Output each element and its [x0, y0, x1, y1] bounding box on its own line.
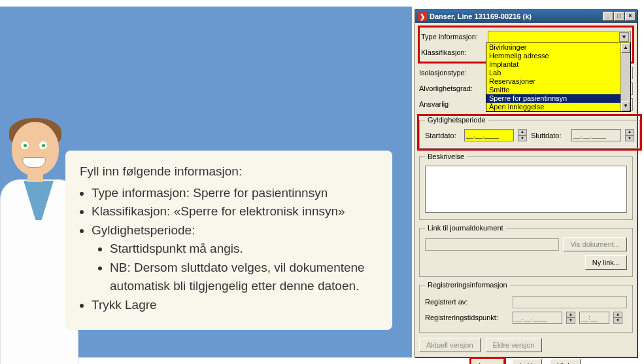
show-document-button[interactable]: Vis dokument... — [563, 237, 627, 251]
chevron-down-icon[interactable]: ▼ — [619, 32, 629, 42]
scroll-up-icon[interactable]: ▲ — [621, 43, 630, 53]
type-dropdown-list[interactable]: Bivirkninger Hemmelig adresse Implantat … — [486, 43, 631, 112]
window-title: Danser, Line 131169-00216 (k) — [430, 12, 603, 20]
dropdown-option[interactable]: Smitte — [486, 86, 620, 94]
instruction-subitem: Starttidspunkt må angis. — [110, 240, 378, 259]
titlebar[interactable]: ❯ Danser, Line 131169-00216 (k) _ □ × — [415, 10, 637, 23]
sev-label: Alvorlighetsgrad: — [419, 84, 482, 92]
dropdown-scrollbar[interactable]: ▲ ▼ — [620, 43, 630, 111]
instruction-item: Trykk Lagre — [92, 296, 378, 315]
current-version-button[interactable]: Aktuell versjon — [419, 338, 481, 352]
validity-legend: Gyldighetsperiode — [425, 116, 488, 124]
registered-time-label: Registreringstidspunkt: — [425, 314, 509, 321]
validity-group: Gyldighetsperiode Startdato: __.__.____ … — [419, 116, 640, 149]
dropdown-option-selected[interactable]: Sperre for pasientinnsyn — [486, 94, 620, 103]
app-icon: ❯ — [418, 12, 427, 21]
enddate-input[interactable]: __.__.____ — [571, 129, 621, 141]
instruction-item: Klassifikasjon: «Sperre for elektronisk … — [92, 202, 378, 221]
type-label: Type informasjon: — [421, 33, 484, 41]
maximize-button[interactable]: □ — [614, 12, 624, 21]
instruction-item: Gyldighetsperiode: Starttidspunkt må ang… — [92, 221, 378, 296]
link-legend: Link til journaldokument — [425, 224, 506, 232]
save-button[interactable]: Lagre — [471, 359, 504, 364]
dialog-window: ❯ Danser, Line 131169-00216 (k) _ □ × Ty… — [415, 9, 637, 357]
instruction-item: Type informasjon: Sperre for pasientinns… — [92, 184, 378, 203]
class-label: Klassifikasjon: — [421, 48, 484, 56]
resp-label: Ansvarlig — [419, 100, 482, 108]
older-version-button[interactable]: Eldre versjon — [486, 338, 542, 352]
instruction-subitem: NB: Dersom sluttdato velges, vil dokumen… — [110, 259, 378, 296]
type-combo[interactable]: ▼ — [488, 31, 631, 43]
link-group: Link til journaldokument Vis dokument...… — [419, 224, 633, 277]
dropdown-option[interactable]: Implantat — [486, 60, 620, 69]
close-button[interactable]: × — [625, 12, 636, 21]
registered-by-label: Registrert av: — [425, 298, 509, 306]
registered-time-field: __:__ — [579, 312, 609, 324]
link-path-field — [425, 238, 559, 251]
dropdown-option[interactable]: Hemmelig adresse — [486, 52, 620, 60]
minimize-button[interactable]: _ — [603, 12, 613, 21]
registration-group: Registreringsinformasjon Registrert av: … — [419, 281, 633, 333]
scroll-down-icon[interactable]: ▼ — [621, 101, 630, 111]
description-textarea[interactable] — [425, 166, 627, 213]
iso-label: Isolasjonstype: — [419, 69, 482, 77]
dropdown-option[interactable]: Lab — [486, 69, 620, 77]
dropdown-option[interactable]: Reservasjoner — [486, 77, 620, 86]
instruction-lead: Fyll inn følgende informasjon: — [80, 162, 378, 181]
startdate-input[interactable]: __.__.____ — [464, 129, 514, 141]
registered-by-field — [513, 296, 627, 308]
registered-date-field: __.__.____ — [513, 312, 562, 324]
enddate-label: Sluttdato: — [531, 132, 568, 139]
instruction-bubble: Fyll inn følgende informasjon: Type info… — [65, 151, 392, 330]
help-button[interactable]: Hjelp — [550, 359, 581, 364]
dropdown-option[interactable]: Åpen innleggelse — [486, 103, 620, 111]
registered-date-spin[interactable]: ▲▼ — [566, 312, 575, 324]
startdate-label: Startdato: — [425, 132, 460, 139]
description-legend: Beskrivelse — [425, 153, 467, 160]
registration-legend: Registreringsinformasjon — [425, 281, 510, 289]
close-dialog-button[interactable]: Lukk — [512, 359, 541, 364]
registered-time-spin[interactable]: ▲▼ — [613, 312, 622, 324]
enddate-spin[interactable]: ▲▼ — [625, 129, 634, 141]
dropdown-option[interactable]: Bivirkninger — [486, 43, 620, 52]
startdate-spin[interactable]: ▲▼ — [518, 129, 527, 141]
new-link-button[interactable]: Ny link... — [585, 255, 627, 270]
description-group: Beskrivelse — [419, 153, 633, 220]
